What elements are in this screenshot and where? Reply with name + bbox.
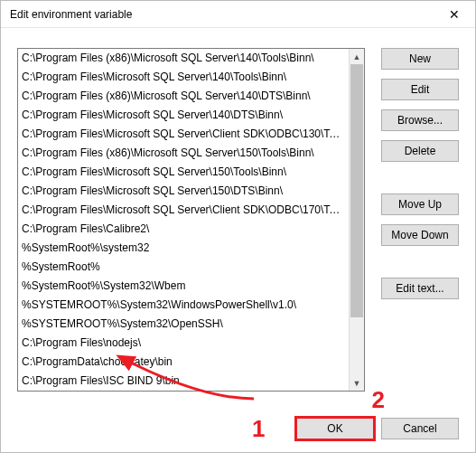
list-item[interactable]: C:\Program Files\Microsoft SQL Server\15…: [18, 182, 349, 201]
dialog-edit-env-var: Edit environment variable ✕ C:\Program F…: [0, 0, 476, 453]
list-item[interactable]: C:\Program Files\Calibre2\: [18, 220, 349, 239]
scrollbar-vertical[interactable]: ▲ ▼: [349, 49, 364, 391]
dialog-body: C:\Program Files (x86)\Microsoft SQL Ser…: [1, 28, 475, 452]
list-item[interactable]: C:\Program Files\Microsoft SQL Server\15…: [18, 163, 349, 182]
close-icon: ✕: [449, 8, 460, 21]
edit-text-button[interactable]: Edit text...: [381, 278, 459, 299]
close-button[interactable]: ✕: [434, 1, 475, 28]
new-button[interactable]: New: [381, 48, 459, 70]
list-item[interactable]: C:\Program Files\Microsoft SQL Server\Cl…: [18, 125, 349, 144]
list-item[interactable]: %SystemRoot%: [18, 258, 349, 277]
dialog-title: Edit environment variable: [10, 8, 132, 21]
list-item[interactable]: %SystemRoot%\system32: [18, 239, 349, 258]
titlebar: Edit environment variable ✕: [1, 1, 475, 28]
annotation-label-2: 2: [372, 386, 385, 414]
list-item[interactable]: C:\Program Files (x86)\Microsoft SQL Ser…: [18, 144, 349, 163]
cancel-button[interactable]: Cancel: [381, 418, 459, 439]
browse-button[interactable]: Browse...: [381, 109, 459, 131]
list-item[interactable]: C:\Program Files (x86)\Microsoft SQL Ser…: [18, 49, 349, 68]
list-item[interactable]: %SYSTEMROOT%\System32\WindowsPowerShell\…: [18, 296, 349, 315]
ok-button[interactable]: OK: [296, 418, 374, 439]
path-listbox[interactable]: C:\Program Files (x86)\Microsoft SQL Ser…: [17, 48, 365, 392]
list-item[interactable]: %SystemRoot%\System32\Wbem: [18, 277, 349, 296]
delete-button[interactable]: Delete: [381, 140, 459, 162]
move-down-button[interactable]: Move Down: [381, 224, 459, 246]
scroll-thumb[interactable]: [350, 64, 363, 317]
list-item[interactable]: C:\Program Files\nodejs\: [18, 334, 349, 353]
list-item[interactable]: C:\Program Files (x86)\Microsoft SQL Ser…: [18, 87, 349, 106]
scroll-track[interactable]: [350, 64, 364, 375]
move-up-button[interactable]: Move Up: [381, 193, 459, 215]
list-item[interactable]: %SYSTEMROOT%\System32\OpenSSH\: [18, 315, 349, 334]
list-item[interactable]: C:\Program Files\ISC BIND 9\bin: [18, 372, 349, 391]
side-button-column: New Edit Browse... Delete Move Up Move D…: [381, 48, 459, 299]
edit-button[interactable]: Edit: [381, 79, 459, 100]
scroll-up-button[interactable]: ▲: [350, 49, 364, 64]
list-item[interactable]: C:\Program Files\Microsoft SQL Server\14…: [18, 68, 349, 87]
scroll-down-button[interactable]: ▼: [350, 375, 364, 391]
bottom-button-row: OK Cancel: [296, 418, 459, 439]
list-item[interactable]: C:\Program Files\Microsoft SQL Server\Cl…: [18, 201, 349, 220]
list-item[interactable]: C:\Program Files\Microsoft SQL Server\14…: [18, 106, 349, 125]
list-item[interactable]: C:\ProgramData\chocolatey\bin: [18, 353, 349, 372]
annotation-label-1: 1: [252, 415, 265, 443]
